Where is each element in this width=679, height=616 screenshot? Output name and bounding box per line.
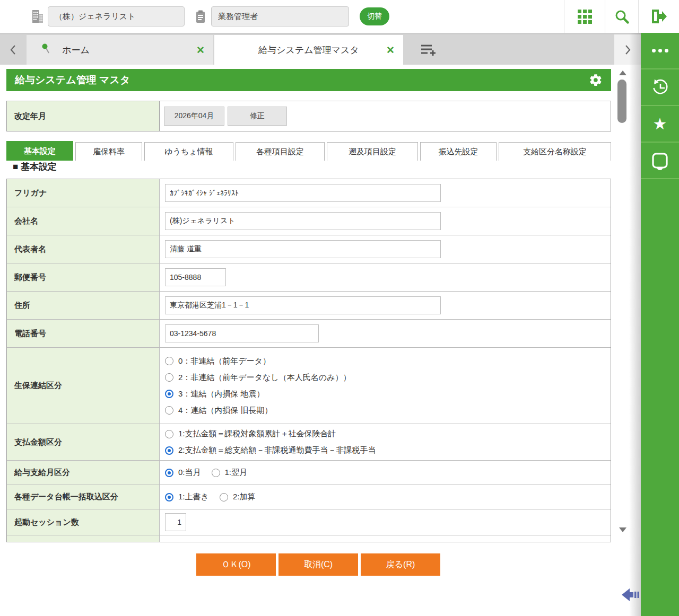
radio-label: 2：非連結（前年データなし（本人氏名のみ）） xyxy=(178,373,351,383)
radio-button[interactable] xyxy=(220,493,228,501)
form-row: 各種データ台帳一括取込区分1:上書き2:加算 xyxy=(7,485,611,509)
field-value: 1:支払金額＝課税対象額累計＋社会保険合計2:支払金額＝総支給額－非課税通勤費手… xyxy=(160,424,611,460)
tab-home-label: ホーム xyxy=(62,44,90,56)
field-label: 給与支給月区分 xyxy=(7,461,160,485)
return-button[interactable]: 戻る(R) xyxy=(361,553,440,576)
field-label: 代表者名 xyxy=(7,235,160,263)
role-input[interactable] xyxy=(211,6,349,27)
settings-tab-2[interactable]: ゆうちょ情報 xyxy=(144,142,233,161)
search-icon[interactable] xyxy=(605,0,638,33)
field-value xyxy=(160,207,611,235)
section-bullet: ■ xyxy=(13,162,18,172)
tray-icon[interactable] xyxy=(641,143,679,179)
field-label: 生保連結区分 xyxy=(7,348,160,424)
field-input-10[interactable] xyxy=(165,513,186,531)
form-table: フリガナ会社名代表者名郵便番号住所電話番号生保連結区分0：非連結（前年データ）2… xyxy=(6,179,611,542)
settings-tab-1[interactable]: 雇保料率 xyxy=(75,142,142,161)
field-label: 各種データ台帳一括取込区分 xyxy=(7,485,160,509)
radio-option: 2:支払金額＝総支給額－非課税通勤費手当－非課税手当 xyxy=(165,442,376,459)
sidebar: ★ xyxy=(641,33,679,616)
form-row xyxy=(7,535,611,542)
radio-label: 2:支払金額＝総支給額－非課税通勤費手当－非課税手当 xyxy=(178,445,376,455)
edge-shadow xyxy=(629,33,641,616)
radio-button[interactable] xyxy=(165,373,173,382)
back-chevron-icon[interactable] xyxy=(0,34,27,65)
settings-tabs: 基本設定雇保料率ゆうちょ情報各種項目設定遡及項目設定振込先設定支給区分名称設定 xyxy=(6,141,611,161)
radio-button[interactable] xyxy=(212,469,220,477)
radio-option: 0：非連結（前年データ） xyxy=(165,353,271,369)
radio-button[interactable] xyxy=(165,493,173,501)
company-input[interactable] xyxy=(48,6,185,27)
radio-button[interactable] xyxy=(165,357,173,365)
radio-button[interactable] xyxy=(165,446,173,455)
scroll-up-icon[interactable] xyxy=(619,71,626,75)
radio-option: 3：連結（内損保 地震） xyxy=(165,386,265,402)
topbar: 切替 xyxy=(0,0,679,33)
form-row: 代表者名 xyxy=(7,235,611,263)
field-input-0[interactable] xyxy=(165,184,441,202)
field-input-4[interactable] xyxy=(165,296,441,314)
pin-icon xyxy=(41,43,50,56)
radio-label: 1:上書き xyxy=(178,492,209,502)
cancel-button[interactable]: 取消(C) xyxy=(278,553,358,576)
form-row: 生保連結区分0：非連結（前年データ）2：非連結（前年データなし（本人氏名のみ））… xyxy=(7,348,611,424)
radio-button[interactable] xyxy=(165,406,173,415)
form-row: 起動セッション数 xyxy=(7,509,611,535)
field-input-5[interactable] xyxy=(165,324,319,342)
logout-icon[interactable] xyxy=(639,0,679,33)
settings-tab-5[interactable]: 振込先設定 xyxy=(420,142,497,161)
tab-payroll-label: 給与システム管理マスタ xyxy=(258,44,359,56)
revision-mode[interactable]: 修正 xyxy=(228,107,287,126)
field-input-2[interactable] xyxy=(165,240,441,258)
revision-yearmonth[interactable]: 2026年04月 xyxy=(164,107,224,126)
add-tab-icon[interactable] xyxy=(414,35,443,65)
form-row: 電話番号 xyxy=(7,320,611,348)
section-title: 基本設定 xyxy=(21,162,57,172)
radio-label: 2:加算 xyxy=(233,492,256,502)
radio-option: 2:加算 xyxy=(220,489,256,505)
clipboard-icon xyxy=(195,10,206,24)
collapse-arrow-icon[interactable] xyxy=(621,586,642,606)
field-input-3[interactable] xyxy=(165,268,226,286)
radio-button[interactable] xyxy=(165,390,173,398)
star-icon[interactable]: ★ xyxy=(641,106,679,143)
field-label: 起動セッション数 xyxy=(7,509,160,535)
revision-row: 改定年月 2026年04月 修正 xyxy=(6,101,611,131)
close-icon[interactable]: ✕ xyxy=(196,44,205,56)
scrollbar-thumb[interactable] xyxy=(617,80,626,123)
radio-option: 0:当月 xyxy=(165,464,201,481)
scroll-down-icon[interactable] xyxy=(619,527,626,532)
form-row: 住所 xyxy=(7,292,611,320)
field-value: 0：非連結（前年データ）2：非連結（前年データなし（本人氏名のみ））3：連結（内… xyxy=(160,348,611,424)
field-value: 0:当月1:翌月 xyxy=(160,461,611,485)
field-value: 1:上書き2:加算 xyxy=(160,485,611,509)
settings-tab-6[interactable]: 支給区分名称設定 xyxy=(499,142,611,161)
radio-label: 1:支払金額＝課税対象額累計＋社会保険合計 xyxy=(178,429,336,439)
field-value xyxy=(160,535,611,542)
gear-icon[interactable] xyxy=(589,73,603,87)
field-input-1[interactable] xyxy=(165,212,441,230)
settings-tab-3[interactable]: 各種項目設定 xyxy=(236,142,325,161)
form-row: 郵便番号 xyxy=(7,263,611,292)
radio-button[interactable] xyxy=(165,469,173,477)
tab-payroll-master[interactable]: 給与システム管理マスタ ✕ xyxy=(214,35,403,65)
radio-option: 1:上書き xyxy=(165,489,209,505)
field-label xyxy=(7,535,160,542)
field-value xyxy=(160,263,611,291)
field-value xyxy=(160,235,611,263)
radio-button[interactable] xyxy=(165,430,173,438)
ellipsis-icon[interactable] xyxy=(641,33,679,69)
tab-home[interactable]: ホーム ✕ xyxy=(27,35,213,65)
close-icon[interactable]: ✕ xyxy=(386,44,395,56)
radio-label: 0：非連結（前年データ） xyxy=(178,356,271,366)
history-icon[interactable] xyxy=(641,69,679,106)
apps-grid-icon[interactable] xyxy=(564,0,605,33)
settings-tab-4[interactable]: 遡及項目設定 xyxy=(327,142,418,161)
settings-tab-0[interactable]: 基本設定 xyxy=(6,141,73,161)
radio-label: 3：連結（内損保 地震） xyxy=(178,389,265,399)
ok-button[interactable]: ＯＫ(O) xyxy=(196,553,276,576)
field-label: フリガナ xyxy=(7,179,160,207)
switch-button[interactable]: 切替 xyxy=(360,7,389,25)
footer-buttons: ＯＫ(O)取消(C)戻る(R) xyxy=(196,553,440,576)
field-label: 郵便番号 xyxy=(7,263,160,291)
